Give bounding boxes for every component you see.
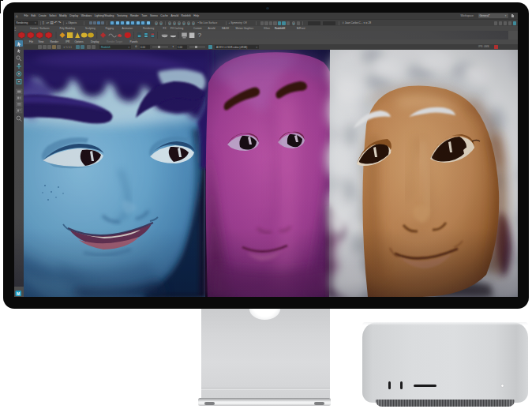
svg-text:M: M — [17, 291, 20, 295]
